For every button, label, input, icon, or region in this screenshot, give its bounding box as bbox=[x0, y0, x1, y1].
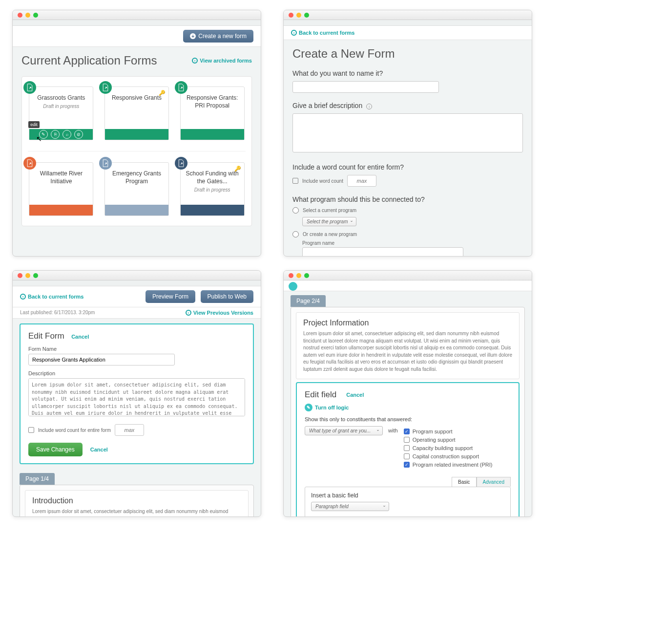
zoom-icon[interactable] bbox=[33, 273, 38, 278]
logic-option-label: Capacity building support bbox=[413, 445, 473, 451]
titlebar bbox=[284, 271, 532, 280]
arrow-left-icon: ‹ bbox=[20, 294, 26, 300]
form-card[interactable]: Grassroots GrantsDraft in progressedit✎⎘… bbox=[29, 86, 93, 140]
program-select[interactable]: Select the program bbox=[302, 217, 356, 226]
wordcount-checkbox[interactable] bbox=[28, 427, 34, 433]
wordcount-cb-label: Include word count bbox=[302, 178, 343, 184]
field-type-select[interactable]: Paragraph field bbox=[311, 502, 389, 511]
back-link[interactable]: ‹ Back to current forms bbox=[20, 294, 83, 300]
tabstrip bbox=[284, 20, 532, 26]
select-program-radio[interactable] bbox=[292, 207, 299, 214]
card-footer bbox=[105, 129, 168, 140]
close-icon[interactable] bbox=[18, 273, 22, 278]
with-label: with bbox=[388, 428, 398, 433]
close-icon[interactable] bbox=[18, 13, 22, 18]
window-create-form: ‹ Back to current forms Create a New For… bbox=[283, 10, 532, 257]
card-footer bbox=[181, 129, 244, 140]
titlebar bbox=[284, 10, 532, 20]
create-program-radio[interactable] bbox=[292, 231, 299, 237]
disable-icon[interactable]: ⊘ bbox=[74, 130, 83, 139]
form-card[interactable]: Responsive Grants: PRI Proposal bbox=[180, 86, 245, 140]
create-form-button[interactable]: + Create a new form bbox=[183, 30, 253, 43]
intro-title: Introduction bbox=[32, 496, 241, 505]
previous-versions-link[interactable]: › View Previous Versions bbox=[186, 310, 253, 316]
view-archived-link[interactable]: › View archived forms bbox=[192, 58, 252, 64]
form-card[interactable]: 🔑Responsive Grants bbox=[104, 86, 169, 140]
program-name-input[interactable] bbox=[302, 247, 463, 257]
document-icon bbox=[175, 81, 187, 94]
edit-field-title: Edit field bbox=[305, 390, 336, 400]
duplicate-icon[interactable]: ⎘ bbox=[51, 130, 60, 139]
edit-tooltip: edit bbox=[28, 121, 40, 128]
zoom-icon[interactable] bbox=[33, 13, 38, 18]
turn-off-logic-toggle[interactable]: ✎ Turn off logic bbox=[305, 404, 511, 411]
wordcount-max-input[interactable] bbox=[115, 424, 144, 436]
create-form-label: Create a new form bbox=[198, 33, 247, 40]
publish-button[interactable]: Publish to Web bbox=[201, 290, 254, 303]
card-title: Willamette River Initiative bbox=[33, 170, 89, 185]
desc-question: Give a brief description i bbox=[292, 102, 523, 109]
preview-button[interactable]: Preview Form bbox=[146, 290, 195, 303]
card-actions: edit✎⎘⌕⊘↖ bbox=[29, 129, 93, 140]
form-name-input[interactable] bbox=[292, 81, 439, 93]
description-input[interactable] bbox=[28, 378, 245, 416]
arrow-right-icon: › bbox=[192, 58, 198, 64]
metabar: Last published: 6/17/2013. 3:20pm › View… bbox=[13, 307, 261, 319]
archive-icon[interactable]: ⌕ bbox=[62, 130, 71, 139]
form-name-label: Form Name bbox=[28, 346, 245, 352]
logic-option-checkbox[interactable] bbox=[404, 445, 410, 451]
logic-question-select[interactable]: What type of grant are you... bbox=[305, 426, 383, 435]
tab-advanced[interactable]: Advanced bbox=[477, 477, 511, 487]
page-panel: Project Information Lorem ipsum dolor si… bbox=[291, 307, 525, 517]
key-icon: 🔑 bbox=[159, 90, 166, 96]
tabstrip bbox=[13, 20, 261, 26]
card-footer bbox=[181, 205, 244, 215]
close-icon[interactable] bbox=[289, 273, 293, 278]
topbar: ‹ Back to current forms Preview Form Pub… bbox=[13, 286, 261, 307]
cancel-link-2[interactable]: Cancel bbox=[90, 447, 108, 452]
form-card[interactable]: Willamette River Initiative bbox=[29, 162, 93, 216]
card-title: Grassroots Grants bbox=[33, 94, 89, 102]
document-icon bbox=[99, 81, 112, 94]
logic-option-label: Capital construction support bbox=[413, 453, 479, 459]
page-title: Current Application Forms bbox=[21, 54, 157, 67]
logic-option-checkbox[interactable]: ✓ bbox=[404, 429, 410, 434]
logic-option-label: Operating support bbox=[413, 437, 456, 443]
page-indicator: Page 2/4 bbox=[291, 295, 326, 307]
info-icon[interactable]: i bbox=[366, 104, 372, 109]
wordcount-max-input[interactable] bbox=[347, 175, 376, 187]
zoom-icon[interactable] bbox=[304, 273, 309, 278]
name-question: What do you want to name it? bbox=[292, 69, 523, 77]
plus-icon: + bbox=[190, 33, 196, 39]
page-indicator: Page 1/4 bbox=[20, 473, 55, 485]
logic-option-checkbox[interactable] bbox=[404, 437, 410, 443]
logic-option-checkbox[interactable] bbox=[404, 453, 410, 459]
cancel-link[interactable]: Cancel bbox=[346, 392, 364, 398]
save-button[interactable]: Save Changes bbox=[28, 443, 83, 456]
form-card[interactable]: Emergency Grants Program bbox=[104, 162, 169, 216]
edit-icon[interactable]: ✎ bbox=[39, 130, 48, 139]
cancel-link[interactable]: Cancel bbox=[71, 334, 89, 340]
back-link[interactable]: ‹ Back to current forms bbox=[291, 30, 354, 36]
zoom-icon[interactable] bbox=[304, 13, 309, 18]
card-footer bbox=[105, 205, 168, 215]
description-input[interactable] bbox=[292, 113, 523, 152]
logic-option-label: Program support bbox=[413, 429, 453, 434]
project-info-body: Lorem ipsum dolor sit amet, consectetuer… bbox=[303, 330, 512, 373]
close-icon[interactable] bbox=[289, 13, 293, 18]
wordcount-checkbox[interactable] bbox=[292, 178, 298, 184]
minimize-icon[interactable] bbox=[25, 273, 30, 278]
insert-field-box: Insert a basic field Paragraph field Par… bbox=[305, 487, 511, 517]
document-icon bbox=[175, 157, 187, 170]
form-name-input[interactable] bbox=[28, 354, 175, 365]
last-published: Last published: 6/17/2013. 3:20pm bbox=[20, 310, 95, 316]
form-card[interactable]: 🔑School Funding with the Gates...Draft i… bbox=[180, 162, 245, 216]
minimize-icon[interactable] bbox=[25, 13, 30, 18]
minimize-icon[interactable] bbox=[296, 13, 301, 18]
edit-field-panel: Edit field Cancel ✎ Turn off logic Show … bbox=[296, 382, 520, 517]
logic-option-checkbox[interactable]: ✓ bbox=[404, 462, 410, 468]
tab-basic[interactable]: Basic bbox=[452, 477, 476, 487]
project-info-title: Project Information bbox=[303, 319, 512, 327]
minimize-icon[interactable] bbox=[296, 273, 301, 278]
program-name-label: Program name bbox=[302, 240, 523, 246]
